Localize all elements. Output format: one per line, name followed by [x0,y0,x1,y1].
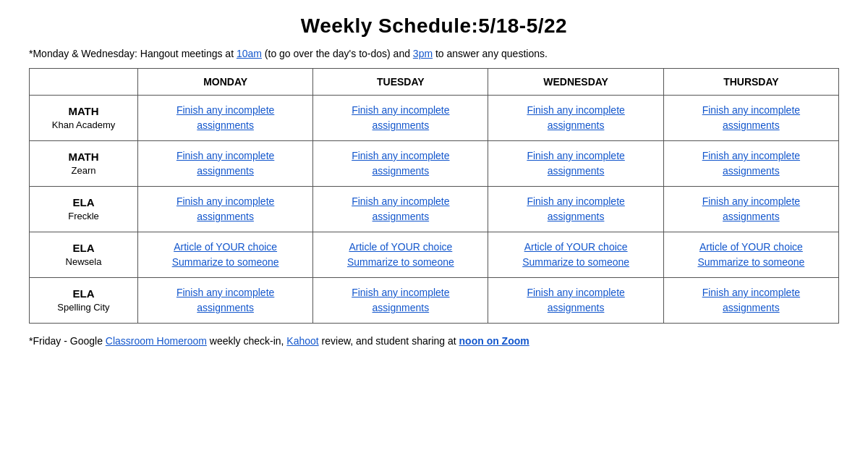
platform-label: Freckle [38,210,129,223]
task-cell-thursday: Finish any incomplete assignments [663,96,838,141]
task-link-2[interactable]: Summarize to someone [322,255,479,270]
task-cell-wednesday: Finish any incomplete assignments [488,187,663,232]
task-cell-tuesday: Article of YOUR choice Summarize to some… [313,232,488,278]
subtitle-end: to answer any questions. [433,48,548,59]
task-link[interactable]: Finish any incomplete assignments [673,285,830,316]
task-link[interactable]: Finish any incomplete assignments [497,103,654,133]
classroom-homeroom-link[interactable]: Classroom Homeroom [106,335,207,347]
subtitle: *Monday & Wednesday: Hangout meetings at… [29,48,839,59]
task-cell-tuesday: Finish any incomplete assignments [313,278,488,324]
task-cell-thursday: Article of YOUR choice Summarize to some… [663,232,838,278]
table-header-row: MONDAY TUESDAY WEDNESDAY THURSDAY [30,69,839,96]
footer-after-kahoot: review, and student sharing at [319,335,459,347]
footer-middle: weekly check-in, [207,335,286,347]
task-link-2[interactable]: Summarize to someone [673,255,830,270]
header-monday: MONDAY [138,69,313,96]
task-link[interactable]: Finish any incomplete assignments [497,285,654,316]
subject-label: MATH [68,105,98,117]
header-wednesday: WEDNESDAY [488,69,663,96]
noon-zoom-label: noon on Zoom [459,335,529,347]
task-cell-thursday: Finish any incomplete assignments [663,187,838,232]
task-link-2[interactable]: Summarize to someone [497,255,654,270]
task-link[interactable]: Finish any incomplete assignments [322,148,479,179]
task-link[interactable]: Finish any incomplete assignments [673,148,830,179]
task-link[interactable]: Finish any incomplete assignments [673,194,830,224]
task-cell-monday: Finish any incomplete assignments [138,141,313,187]
kahoot-link[interactable]: Kahoot [286,335,318,347]
task-link[interactable]: Finish any incomplete assignments [497,194,654,224]
table-row: MATH Khan Academy Finish any incomplete … [30,96,839,141]
subject-cell: ELA Newsela [30,232,138,278]
platform-label: Khan Academy [38,119,129,132]
schedule-table: MONDAY TUESDAY WEDNESDAY THURSDAY MATH K… [29,68,839,324]
task-cell-tuesday: Finish any incomplete assignments [313,187,488,232]
subject-label: ELA [73,287,95,300]
table-row: ELA Newsela Article of YOUR choice Summa… [30,232,839,278]
header-tuesday: TUESDAY [313,69,488,96]
task-cell-tuesday: Finish any incomplete assignments [313,141,488,187]
task-link[interactable]: Article of YOUR choice [497,240,654,255]
subject-cell: MATH Zearn [30,141,138,187]
subject-cell: ELA Spelling City [30,278,138,324]
table-row: ELA Spelling City Finish any incomplete … [30,278,839,324]
task-link[interactable]: Finish any incomplete assignments [147,194,304,224]
task-link[interactable]: Finish any incomplete assignments [147,103,304,133]
task-link[interactable]: Finish any incomplete assignments [322,103,479,133]
task-link[interactable]: Article of YOUR choice [673,240,830,255]
task-link[interactable]: Finish any incomplete assignments [673,103,830,133]
task-link[interactable]: Finish any incomplete assignments [147,285,304,316]
table-row: ELA Freckle Finish any incomplete assign… [30,187,839,232]
task-link[interactable]: Article of YOUR choice [322,240,479,255]
task-link[interactable]: Finish any incomplete assignments [497,148,654,179]
subject-cell: MATH Khan Academy [30,96,138,141]
task-link[interactable]: Finish any incomplete assignments [147,148,304,179]
task-link[interactable]: Finish any incomplete assignments [322,285,479,316]
header-subject [30,69,138,96]
subject-label: ELA [73,196,95,208]
task-link[interactable]: Finish any incomplete assignments [322,194,479,224]
task-cell-thursday: Finish any incomplete assignments [663,141,838,187]
platform-label: Newsela [38,256,129,269]
subject-cell: ELA Freckle [30,187,138,232]
task-cell-thursday: Finish any incomplete assignments [663,278,838,324]
task-cell-monday: Finish any incomplete assignments [138,187,313,232]
header-thursday: THURSDAY [663,69,838,96]
task-cell-monday: Finish any incomplete assignments [138,278,313,324]
subject-label: MATH [68,151,98,163]
task-cell-tuesday: Finish any incomplete assignments [313,96,488,141]
task-cell-wednesday: Article of YOUR choice Summarize to some… [488,232,663,278]
platform-label: Spelling City [38,301,129,314]
page-title: Weekly Schedule:5/18-5/22 [29,14,839,38]
task-cell-monday: Finish any incomplete assignments [138,96,313,141]
10am-link[interactable]: 10am [237,48,262,59]
footer-note: *Friday - Google Classroom Homeroom week… [29,335,839,347]
platform-label: Zearn [38,164,129,177]
task-cell-wednesday: Finish any incomplete assignments [488,96,663,141]
task-cell-wednesday: Finish any incomplete assignments [488,141,663,187]
task-link[interactable]: Article of YOUR choice [147,240,304,255]
task-cell-wednesday: Finish any incomplete assignments [488,278,663,324]
subtitle-prefix: *Monday & Wednesday: Hangout meetings at [29,48,237,59]
3pm-link[interactable]: 3pm [413,48,433,59]
footer-prefix: *Friday - Google [29,335,106,347]
noon-zoom-link[interactable]: noon on Zoom [459,335,529,347]
subject-label: ELA [73,242,95,254]
subtitle-mid: (to go over the day's to-dos) and [262,48,413,59]
table-row: MATH Zearn Finish any incomplete assignm… [30,141,839,187]
task-cell-monday: Article of YOUR choice Summarize to some… [138,232,313,278]
task-link-2[interactable]: Summarize to someone [147,255,304,270]
